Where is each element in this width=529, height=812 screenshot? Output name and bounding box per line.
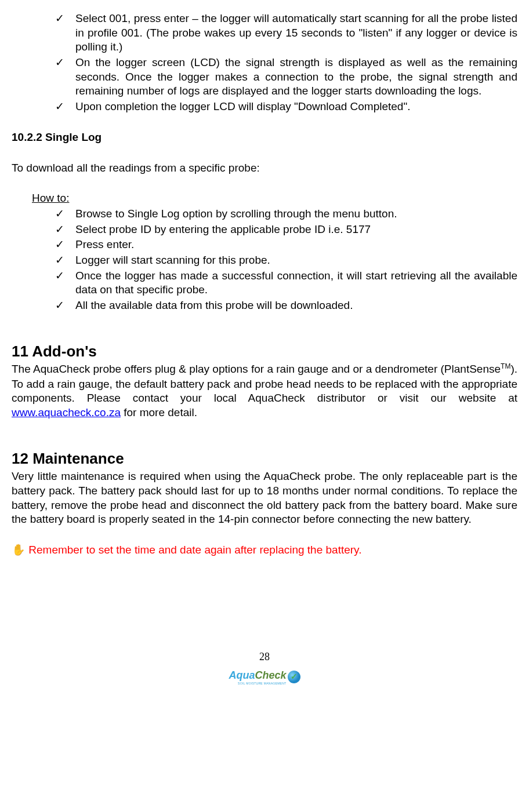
list-item: Browse to Single Log option by scrolling… bbox=[61, 207, 517, 221]
list-item: All the available data from this probe w… bbox=[61, 298, 517, 313]
subsection-heading-1022: 10.2.2 Single Log bbox=[12, 130, 517, 145]
body-pre: The AquaCheck probe offers plug & play o… bbox=[12, 363, 501, 376]
body-post: for more detail. bbox=[121, 406, 197, 418]
list-item: Select probe ID by entering the applicab… bbox=[61, 223, 517, 237]
list-item: Select 001, press enter – the logger wil… bbox=[61, 12, 517, 54]
warning-note: ✋ Remember to set the time and date agai… bbox=[12, 543, 517, 558]
list-item: Once the logger has made a successful co… bbox=[61, 269, 517, 297]
intro-text: To download all the readings from a spec… bbox=[12, 161, 517, 176]
howto-checklist: Browse to Single Log option by scrolling… bbox=[12, 207, 517, 313]
tm-superscript: TM bbox=[501, 362, 510, 370]
list-item: On the logger screen (LCD) the signal st… bbox=[61, 56, 517, 99]
section-heading-12: 12 Maintenance bbox=[12, 449, 517, 469]
logo-aqua-text: Aqua bbox=[229, 669, 255, 681]
footer: 28 AquaCheck SOIL MOISTURE MANAGEMENT bbox=[12, 650, 517, 686]
hand-icon: ✋ bbox=[12, 544, 26, 556]
logo-check-text: Check bbox=[255, 669, 286, 681]
page-number: 28 bbox=[12, 650, 517, 664]
list-item: Press enter. bbox=[61, 238, 517, 252]
logo: AquaCheck SOIL MOISTURE MANAGEMENT bbox=[229, 668, 300, 685]
section-heading-11: 11 Add-on's bbox=[12, 342, 517, 362]
warning-text: Remember to set the time and date again … bbox=[26, 544, 361, 556]
logo-sub-text: SOIL MOISTURE MANAGEMENT bbox=[229, 682, 286, 686]
howto-label: How to: bbox=[32, 191, 517, 206]
list-item: Upon completion the logger LCD will disp… bbox=[61, 100, 517, 114]
section-12-body: Very little maintenance is required when… bbox=[12, 469, 517, 527]
website-link[interactable]: www.aquacheck.co.za bbox=[12, 406, 121, 418]
list-item: Logger will start scanning for this prob… bbox=[61, 253, 517, 268]
top-checklist: Select 001, press enter – the logger wil… bbox=[12, 12, 517, 114]
section-11-body: The AquaCheck probe offers plug & play o… bbox=[12, 362, 517, 420]
globe-check-icon bbox=[288, 671, 300, 683]
